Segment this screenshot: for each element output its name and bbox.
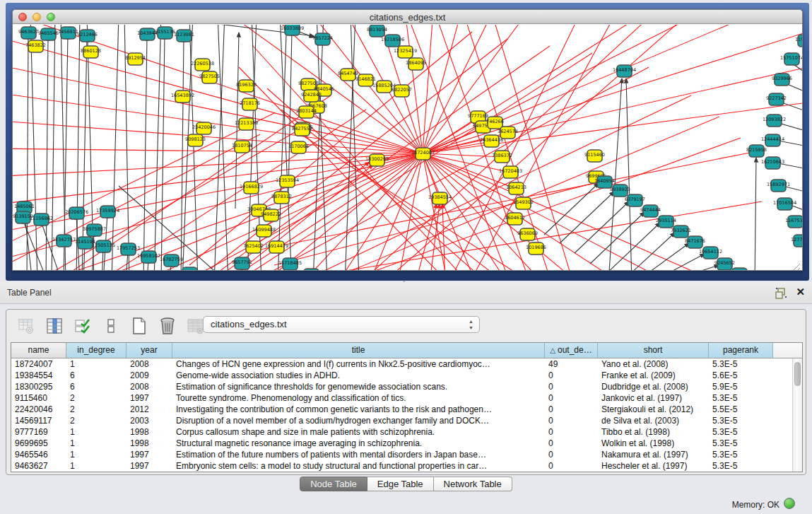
network-node[interactable]: 19166829 — [240, 182, 263, 194]
network-node[interactable]: 8471676 — [685, 236, 705, 248]
network-node[interactable]: 9657791 — [232, 257, 252, 269]
network-node[interactable]: 1170064 — [288, 141, 309, 153]
toggle-row-height-button[interactable] — [101, 316, 121, 336]
network-node[interactable]: 8196328 — [236, 80, 257, 92]
column-header-name[interactable]: name — [11, 343, 66, 358]
select-all-rows-button[interactable] — [73, 316, 93, 336]
network-node[interactable]: 2935114 — [656, 216, 676, 228]
network-node[interactable]: 1604612 — [505, 213, 525, 225]
table-selector-dropdown[interactable]: citations_edges.txt ▲▼ — [203, 316, 480, 333]
network-node[interactable]: 9827505 — [199, 71, 220, 83]
table-row[interactable]: 1938455462009Genome-wide association stu… — [11, 370, 792, 381]
vertical-scrollbar[interactable] — [792, 358, 802, 472]
network-node[interactable]: 6822057 — [392, 85, 412, 97]
network-node[interactable]: 15892971 — [767, 180, 790, 192]
network-node[interactable]: 1971648 — [301, 269, 322, 270]
close-panel-icon[interactable]: ✕ — [796, 286, 805, 298]
network-node[interactable]: 16958107 — [137, 251, 160, 263]
network-node[interactable]: 9636069 — [517, 228, 538, 240]
network-node[interactable]: 9212466 — [77, 30, 98, 42]
tab-node-table[interactable]: Node Table — [300, 477, 367, 491]
network-node[interactable]: 1864095 — [406, 58, 426, 70]
network-node[interactable]: 9465546 — [38, 28, 59, 40]
network-canvas-area[interactable]: 1872400774638228860128891295422260538982… — [13, 25, 802, 270]
network-node[interactable]: 8938923 — [610, 185, 630, 197]
network-node[interactable]: 8860128 — [81, 46, 101, 58]
table-row[interactable]: 946554611997Estimation of the future num… — [11, 449, 792, 460]
network-node[interactable]: 1277635 — [791, 235, 802, 247]
window-titlebar[interactable]: citations_edges.txt — [13, 10, 802, 24]
network-node[interactable]: 12093822 — [763, 115, 786, 127]
table-row[interactable]: 1830029562008Estimation of significance … — [11, 381, 792, 392]
memory-status-indicator[interactable] — [784, 498, 795, 509]
network-node[interactable]: 1123981 — [174, 30, 194, 42]
network-node[interactable]: 1167533 — [785, 216, 802, 228]
network-node[interactable]: 1810754 — [232, 141, 252, 153]
network-node[interactable]: 8878312 — [271, 192, 292, 204]
column-header-out_de[interactable]: △out_de… — [545, 343, 598, 358]
network-node[interactable]: 10654112 — [699, 247, 722, 259]
network-node[interactable]: 22260538 — [191, 59, 214, 71]
table-row[interactable]: 969969511998Structural magnetic resonanc… — [11, 438, 792, 449]
network-node[interactable]: 9227342 — [766, 93, 787, 105]
network-node[interactable]: 19218506 — [381, 35, 404, 47]
new-column-button[interactable] — [129, 316, 149, 336]
network-node[interactable]: 16099488 — [252, 225, 276, 237]
scrollbar-thumb[interactable] — [794, 362, 801, 386]
network-node[interactable]: 7857224 — [312, 33, 333, 45]
network-node[interactable]: 9245652 — [714, 258, 735, 270]
table-row[interactable]: 1456911722003Disruption of a novel membe… — [11, 415, 792, 426]
network-node[interactable]: 12923468 — [178, 267, 201, 270]
network-node[interactable]: 11156862 — [30, 214, 53, 226]
table-row[interactable]: 1872400712008Changes of HCN gene express… — [11, 358, 792, 370]
column-header-title[interactable]: title — [172, 343, 545, 358]
network-node[interactable]: 8912954 — [125, 53, 146, 65]
network-node[interactable]: 16914479 — [265, 241, 288, 253]
network-node[interactable]: 9098123 — [185, 134, 206, 146]
network-node[interactable]: 8813054 — [367, 25, 387, 37]
network-node[interactable]: 7625402 — [243, 241, 264, 253]
network-node[interactable]: 17016504 — [773, 198, 796, 210]
select-columns-button[interactable] — [45, 316, 64, 336]
column-settings-button[interactable] — [16, 316, 36, 336]
network-node[interactable]: 12325419 — [394, 46, 417, 58]
network-node[interactable]: 7386372 — [492, 151, 512, 163]
network-node[interactable]: 6379197 — [625, 194, 645, 206]
network-node[interactable]: 2718176 — [240, 98, 260, 110]
network-node[interactable]: 9474444 — [640, 205, 661, 217]
network-node[interactable]: 1456911 — [58, 27, 78, 39]
network-node[interactable]: 1064213 — [506, 182, 526, 194]
network-node[interactable]: 18300295 — [365, 154, 389, 166]
network-node[interactable]: 16720403 — [499, 166, 522, 178]
network-node[interactable]: 16210643 — [761, 157, 784, 169]
column-header-in_degree[interactable]: in_degree — [66, 343, 126, 358]
network-node[interactable]: 9155136 — [155, 27, 175, 39]
network-node[interactable]: 8215958 — [746, 145, 767, 157]
network-node[interactable]: 9115460 — [584, 150, 605, 162]
network-node[interactable]: 12505135 — [92, 240, 115, 252]
delete-column-button[interactable] — [158, 316, 177, 336]
network-node[interactable]: 9498222 — [261, 209, 281, 221]
network-node[interactable]: 17359924 — [96, 206, 119, 218]
network-node[interactable]: 12213389 — [235, 118, 258, 130]
network-node[interactable]: 12342757 — [52, 235, 76, 247]
network-node[interactable]: 1019686 — [526, 243, 546, 255]
tab-edge-table[interactable]: Edge Table — [367, 477, 434, 491]
tab-network-table[interactable]: Network Table — [434, 477, 512, 491]
network-node[interactable]: 30975887 — [83, 224, 106, 236]
network-node[interactable]: 2803144 — [296, 106, 317, 118]
table-row[interactable]: 2242004622012Investigating the contribut… — [11, 404, 792, 415]
network-node[interactable]: 7932621 — [671, 226, 691, 238]
network-node[interactable]: 1549302 — [513, 197, 534, 209]
network-node[interactable]: 20206576 — [65, 207, 88, 219]
network-node[interactable]: 16448794 — [613, 65, 636, 77]
network-node[interactable]: 8427552 — [292, 124, 312, 136]
network-node[interactable]: 9329966 — [772, 74, 792, 86]
table-row[interactable]: 977716911998Corpus callosum shape and si… — [11, 426, 792, 438]
network-node[interactable]: 16543892 — [171, 90, 194, 103]
network-node[interactable]: 9463627 — [18, 27, 39, 39]
network-node[interactable]: 1151234 — [795, 35, 802, 47]
network-node[interactable]: 23420046 — [192, 122, 216, 134]
network-node[interactable]: 16033809 — [281, 25, 304, 35]
network-canvas[interactable]: 1872400774638228860128891295422260538982… — [13, 25, 802, 270]
